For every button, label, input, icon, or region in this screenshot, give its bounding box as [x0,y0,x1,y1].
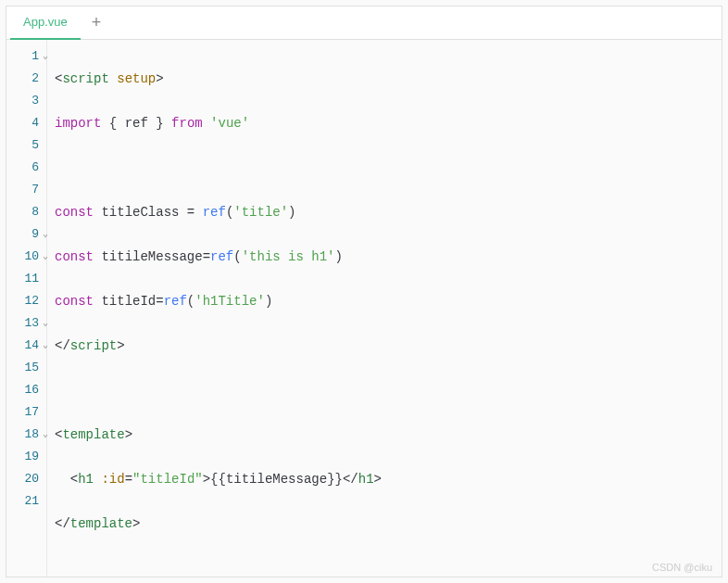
line-number[interactable]: 10 [6,246,46,268]
tab-app-vue[interactable]: App.vue [10,6,81,40]
tab-bar: App.vue + [6,6,722,40]
code-line: const titleId=ref('h1Title') [55,290,722,312]
line-number[interactable]: 3 [6,90,46,112]
code-line [55,157,722,179]
line-number[interactable]: 18 [6,424,46,446]
line-gutter: 1 2 3 4 5 6 7 8 9 10 11 12 13 14 15 16 1… [6,40,47,577]
code-line [55,557,722,579]
add-tab-button[interactable]: + [81,13,113,32]
watermark: CSDN @ciku [652,562,712,573]
editor-window: App.vue + 1 2 3 4 5 6 7 8 9 10 11 12 13 … [6,6,722,577]
code-area: 1 2 3 4 5 6 7 8 9 10 11 12 13 14 15 16 1… [6,40,722,577]
line-number[interactable]: 21 [6,490,46,513]
code-line: const titileMessage=ref('this is h1') [55,246,722,268]
line-number[interactable]: 2 [6,68,46,90]
line-number[interactable]: 6 [6,157,46,179]
line-number[interactable]: 7 [6,179,46,201]
code-line [55,379,722,401]
line-number[interactable]: 8 [6,201,46,223]
code-line: const titleClass = ref('title') [55,201,722,223]
line-number[interactable]: 15 [6,357,46,379]
code-line: import { ref } from 'vue' [55,112,722,134]
code-line: </script> [55,335,722,357]
code-line: <h1 :id="titleId">{{titileMessage}}</h1> [55,468,722,490]
line-number[interactable]: 16 [6,379,46,401]
line-number[interactable]: 14 [6,335,46,357]
line-number[interactable]: 17 [6,401,46,424]
code-content[interactable]: <script setup> import { ref } from 'vue'… [47,40,722,577]
code-line: </template> [55,513,722,535]
code-line: <script setup> [55,68,722,90]
code-line: <template> [55,424,722,446]
line-number[interactable]: 20 [6,468,46,490]
line-number[interactable]: 9 [6,223,46,246]
line-number[interactable]: 5 [6,134,46,157]
line-number[interactable]: 13 [6,312,46,335]
line-number[interactable]: 12 [6,290,46,312]
line-number[interactable]: 4 [6,112,46,134]
line-number[interactable]: 1 [6,45,46,68]
line-number[interactable]: 19 [6,446,46,468]
line-number[interactable]: 11 [6,268,46,290]
